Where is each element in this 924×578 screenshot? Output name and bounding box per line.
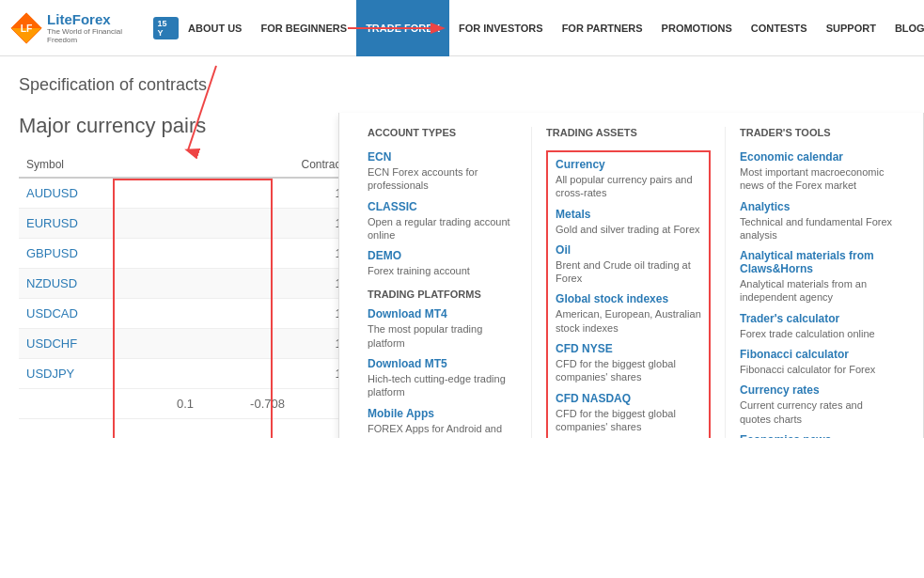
cfd-nyse-link[interactable]: CFD NYSE (556, 342, 701, 355)
download-mt5-link[interactable]: Download MT5 (368, 357, 517, 370)
logo-subtext: The World of Financial Freedom (47, 27, 149, 44)
arrow-right-icon (348, 19, 461, 38)
table-row: AUDUSD 100000 (19, 178, 384, 209)
svg-text:LF: LF (21, 23, 33, 33)
metals-desc: Gold and silver trading at Forex (556, 223, 701, 236)
currency-rates-desc: Current currency rates and quotes charts (740, 398, 895, 426)
table-row: GBPUSD 100000 (19, 239, 384, 269)
header: LF LiteForex The World of Financial Free… (0, 0, 924, 56)
nav-promotions[interactable]: PROMOTIONS (652, 0, 742, 56)
traders-tools-title: TRADER'S TOOLS (740, 127, 895, 141)
global-indexes-desc: American, European, Australian stock ind… (556, 307, 701, 335)
col-symbol: Symbol (19, 152, 174, 178)
classic-desc: Open a regular trading account online (368, 215, 517, 242)
svg-line-4 (188, 66, 216, 150)
mega-col-traders-tools: TRADER'S TOOLS Economic calendar Most im… (726, 127, 909, 438)
logo-badge: 15 Y (153, 17, 179, 39)
currency-desc: All popular currency pairs and cross-rat… (556, 173, 701, 200)
ecn-link[interactable]: ECN (368, 150, 517, 164)
nav-for-beginners[interactable]: FOR BEGINNERS (251, 0, 356, 56)
analytical-materials-desc: Analytical materials from an independent… (740, 277, 895, 305)
oil-link[interactable]: Oil (556, 243, 701, 257)
download-mt4-desc: The most popular trading platform (368, 322, 517, 350)
main-nav: ABOUT US FOR BEGINNERS TRADE FOREX FOR I… (179, 0, 924, 56)
demo-desc: Forex training account (368, 264, 517, 277)
symbol-cell[interactable]: GBPUSD (19, 239, 174, 269)
logo: LF LiteForex The World of Financial Free… (9, 10, 179, 46)
table-row: USDCHF 100000 (19, 329, 384, 359)
table-row: USDCAD 100000 (19, 299, 384, 329)
analytical-materials-link[interactable]: Analytical materials from Claws&Horns (740, 249, 895, 275)
mobile-apps-link[interactable]: Mobile Apps (368, 407, 517, 420)
trading-assets-title: TRADING ASSETS (546, 127, 711, 141)
symbol-cell[interactable]: AUDUSD (19, 178, 174, 209)
nav-blog[interactable]: BLOG (885, 0, 924, 56)
cfd-nasdaq-link[interactable]: CFD NASDAQ (556, 392, 701, 405)
nav-support[interactable]: SUPPORT (817, 0, 885, 56)
download-mt5-desc: Hich-tech cutting-edge trading platform (368, 372, 517, 399)
oil-desc: Brent and Crude oil trading at Forex (556, 258, 701, 286)
account-types-title: ACCOUNT TYPES (368, 127, 517, 141)
cfd-nyse-desc: CFD for the biggest global companies' sh… (556, 357, 701, 384)
download-mt4-link[interactable]: Download MT4 (368, 307, 517, 320)
mega-col-account: ACCOUNT TYPES ECN ECN Forex accounts for… (353, 127, 532, 438)
logo-icon: LF (9, 10, 43, 46)
mega-menu: ACCOUNT TYPES ECN ECN Forex accounts for… (338, 113, 924, 438)
table-row: NZDUSD 100000 (19, 269, 384, 299)
table-row: EURUSD 100000 (19, 209, 384, 239)
symbol-cell[interactable]: USDCAD (19, 299, 174, 329)
currency-table: Symbol Contract Size ¹ AUDUSD 100000 EUR… (19, 152, 384, 389)
symbol-cell[interactable]: USDJPY (19, 359, 174, 389)
traders-calculator-link[interactable]: Trader's calculator (740, 312, 895, 325)
ecn-desc: ECN Forex accounts for professionals (368, 165, 517, 193)
symbol-cell[interactable]: EURUSD (19, 209, 174, 239)
nav-for-partners[interactable]: FOR PARTNERS (553, 0, 652, 56)
nav-for-investors[interactable]: FOR INVESTORS (449, 0, 553, 56)
currency-link[interactable]: Currency (556, 158, 701, 171)
logo-text: LiteForex (47, 11, 149, 27)
currency-rates-link[interactable]: Currency rates (740, 383, 895, 397)
mega-col-trading-assets: TRADING ASSETS Currency All popular curr… (532, 127, 726, 438)
mobile-apps-desc: FOREX Apps for Android and iOS (368, 422, 517, 438)
fibonacci-calculator-desc: Fibonacci calculator for Forex (740, 363, 895, 376)
usdjpy-val2: -0.708 (250, 397, 285, 411)
demo-link[interactable]: DEMO (368, 249, 517, 262)
metals-link[interactable]: Metals (556, 208, 701, 221)
nav-about-us[interactable]: ABOUT US (179, 0, 251, 56)
fibonacci-calculator-link[interactable]: Fibonacci calculator (740, 348, 895, 361)
usdjpy-val1: 0.1 (177, 397, 194, 411)
trading-platforms-title: TRADING PLATFORMS (368, 289, 517, 300)
arrow-down-icon (179, 66, 254, 169)
economics-news-link[interactable]: Economics news (740, 433, 895, 438)
symbol-cell[interactable]: USDCHF (19, 329, 174, 359)
trading-assets-box: Currency All popular currency pairs and … (546, 150, 711, 438)
symbol-cell[interactable]: NZDUSD (19, 269, 174, 299)
global-indexes-link[interactable]: Global stock indexes (556, 292, 701, 305)
analytics-link[interactable]: Analytics (740, 200, 895, 213)
cfd-nasdaq-desc: CFD for the biggest global companies' sh… (556, 407, 701, 434)
economic-calendar-desc: Most important macroeconomic news of the… (740, 165, 895, 193)
usdjpy-extra-row: 0.1 -0.708 -6.636 (19, 389, 384, 419)
main-area: Specification of contracts Major currenc… (0, 56, 924, 438)
nav-contests[interactable]: CONTESTS (742, 0, 817, 56)
traders-calculator-desc: Forex trade calculation online (740, 327, 895, 340)
economic-calendar-link[interactable]: Economic calendar (740, 150, 895, 164)
table-row: USDJPY 100000 (19, 359, 384, 389)
classic-link[interactable]: CLASSIC (368, 200, 517, 213)
analytics-desc: Technical and fundamental Forex analysis (740, 215, 895, 242)
currency-table-container: Symbol Contract Size ¹ AUDUSD 100000 EUR… (19, 152, 384, 389)
